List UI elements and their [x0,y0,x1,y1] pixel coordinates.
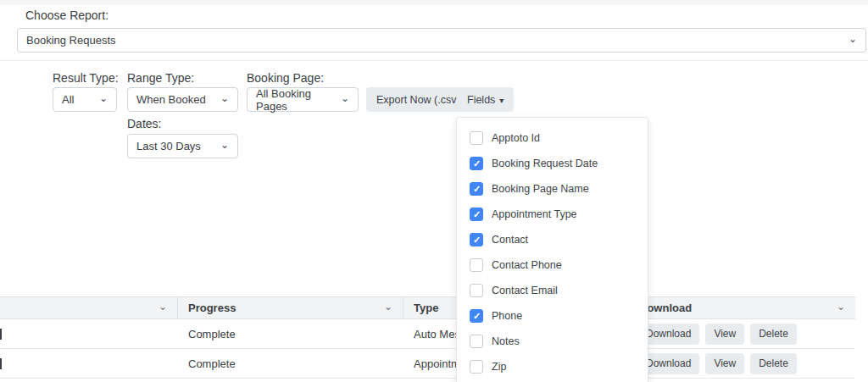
table-row: Complete Auto Message Download View Dele… [0,319,855,349]
view-button[interactable]: View [705,353,744,374]
report-select[interactable]: Booking Requests ⌄ [17,28,866,53]
result-type-label: Result Type: [53,71,119,85]
chevron-down-icon: ⌄ [837,301,845,313]
fields-menu-item-contact[interactable]: Contact [457,227,648,252]
fields-menu-item-contact-email[interactable]: Contact Email [457,278,648,303]
chevron-down-icon: ⌄ [99,93,108,103]
booking-page-value: All Booking Pages [256,87,334,113]
chevron-down-icon: ⌄ [849,34,857,44]
range-type-value: When Booked [136,93,206,106]
clipped-text [0,329,2,340]
fields-menu-item-zip[interactable]: Zip [457,354,648,379]
checkbox[interactable] [470,258,483,272]
result-type-select[interactable]: All ⌄ [53,87,117,112]
row-id-cell [0,349,178,378]
checkbox[interactable] [470,284,483,297]
booking-page-label: Booking Page: [247,71,324,85]
export-csv-button[interactable]: Export Now (.csv) [366,87,470,112]
chevron-down-icon: ⌄ [384,301,392,313]
checkbox[interactable] [470,182,483,196]
caret-down-icon: ▾ [499,96,504,105]
delete-button[interactable]: Delete [750,324,797,345]
booking-page-select[interactable]: All Booking Pages ⌄ [247,87,359,112]
dates-select[interactable]: Last 30 Days ⌄ [127,134,238,158]
fields-menu-item-notes[interactable]: Notes [457,329,648,354]
results-table: ⌄ Progress ⌄ Type ⌄ Download ⌄ Complete … [0,296,855,379]
delete-button[interactable]: Delete [750,353,797,374]
view-button[interactable]: View [705,324,744,345]
checkbox[interactable] [470,131,483,145]
checkbox[interactable] [470,233,483,246]
checkbox[interactable] [470,360,483,374]
fields-menu-item-contact-phone[interactable]: Contact Phone [457,252,648,278]
checkbox[interactable] [470,157,483,170]
range-type-label: Range Type: [127,71,194,85]
table-row: Complete Appointment Download View Delet… [0,349,855,379]
chevron-down-icon: ⌄ [341,93,349,103]
fields-menu-item-booking-request-date[interactable]: Booking Request Date [457,151,648,176]
fields-button[interactable]: Fields ▾ [457,87,514,112]
table-header-download[interactable]: Download ⌄ [629,297,855,318]
row-progress-cell: Complete [178,349,403,378]
result-type-value: All [62,93,74,106]
fields-menu-item-phone[interactable]: Phone [457,303,648,329]
row-actions-cell: Download View Delete [629,319,855,348]
choose-report-label: Choose Report: [25,8,108,22]
chevron-down-icon: ⌄ [220,93,229,103]
table-header-row: ⌄ Progress ⌄ Type ⌄ Download ⌄ [0,296,855,319]
range-type-select[interactable]: When Booked ⌄ [127,87,238,112]
fields-label: Fields [467,94,495,106]
dates-label: Dates: [127,117,161,130]
chevron-down-icon: ⌄ [159,301,167,313]
dates-value: Last 30 Days [136,140,201,152]
table-header-id[interactable]: ⌄ [0,297,178,318]
checkbox[interactable] [470,335,483,348]
report-select-value: Booking Requests [26,34,116,47]
row-progress-cell: Complete [178,319,403,348]
checkbox[interactable] [470,208,483,221]
fields-menu-item-apptoto-id[interactable]: Apptoto Id [457,125,648,151]
checkbox[interactable] [470,309,483,323]
fields-menu-item-booking-page-name[interactable]: Booking Page Name [457,176,648,202]
table-header-progress[interactable]: Progress ⌄ [178,297,403,318]
section-divider [0,60,868,61]
chevron-down-icon: ⌄ [220,140,229,150]
clipped-text [0,358,2,369]
row-id-cell [0,319,178,348]
fields-menu-item-appointment-type[interactable]: Appointment Type [457,202,648,227]
top-edge-strip [0,0,868,5]
fields-dropdown-menu: Apptoto Id Booking Request Date Booking … [456,117,648,382]
export-csv-label: Export Now (.csv) [376,94,460,106]
row-actions-cell: Download View Delete [629,349,855,378]
